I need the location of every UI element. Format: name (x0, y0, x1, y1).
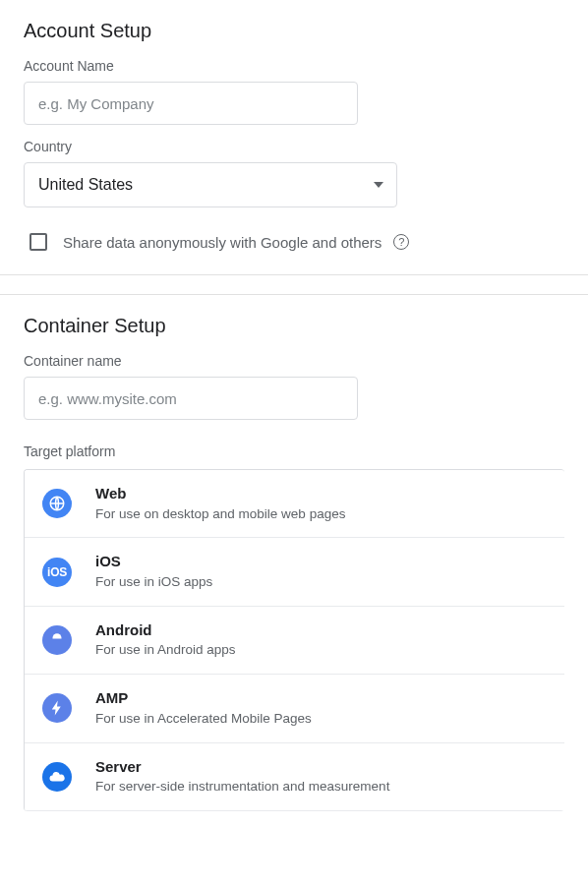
platform-title: Web (95, 484, 345, 503)
share-data-label: Share data anonymously with Google and o… (63, 234, 382, 251)
share-data-checkbox-row[interactable]: Share data anonymously with Google and o… (24, 233, 564, 251)
account-setup-section: Account Setup Account Name Country Unite… (0, 0, 588, 274)
platform-desc: For server-side instrumentation and meas… (95, 778, 389, 796)
account-name-input[interactable] (24, 82, 358, 125)
platform-option-web[interactable]: Web For use on desktop and mobile web pa… (25, 470, 564, 538)
platform-option-ios[interactable]: iOS iOS For use in iOS apps (25, 538, 564, 606)
container-setup-section: Container Setup Container name Target pl… (0, 295, 588, 835)
container-name-input[interactable] (24, 377, 358, 420)
platform-option-android[interactable]: Android For use in Android apps (25, 607, 564, 675)
container-name-label: Container name (24, 353, 564, 369)
country-label: Country (24, 139, 564, 154)
platform-option-amp[interactable]: AMP For use in Accelerated Mobile Pages (25, 675, 564, 742)
android-icon (42, 625, 72, 655)
country-select[interactable]: United States (24, 162, 397, 207)
ios-icon: iOS (42, 558, 72, 587)
globe-icon (42, 489, 72, 518)
account-setup-title: Account Setup (24, 20, 564, 42)
platform-desc: For use in Android apps (95, 641, 236, 660)
platform-desc: For use in iOS apps (95, 573, 212, 592)
platform-title: Android (95, 620, 236, 640)
platform-desc: For use on desktop and mobile web pages (95, 505, 345, 524)
target-platform-list: Web For use on desktop and mobile web pa… (24, 469, 564, 811)
account-name-label: Account Name (24, 58, 564, 74)
checkbox-icon[interactable] (29, 233, 47, 251)
container-setup-title: Container Setup (24, 315, 564, 337)
country-value: United States (38, 176, 133, 194)
chevron-down-icon (374, 182, 383, 188)
platform-title: iOS (95, 552, 212, 571)
section-divider (0, 274, 588, 294)
platform-desc: For use in Accelerated Mobile Pages (95, 710, 312, 729)
platform-title: Server (95, 757, 389, 777)
platform-option-server[interactable]: Server For server-side instrumentation a… (25, 743, 564, 811)
target-platform-label: Target platform (24, 443, 564, 459)
lightning-icon (42, 693, 72, 723)
cloud-icon (42, 762, 72, 792)
platform-title: AMP (95, 688, 312, 708)
help-icon[interactable]: ? (393, 234, 409, 250)
